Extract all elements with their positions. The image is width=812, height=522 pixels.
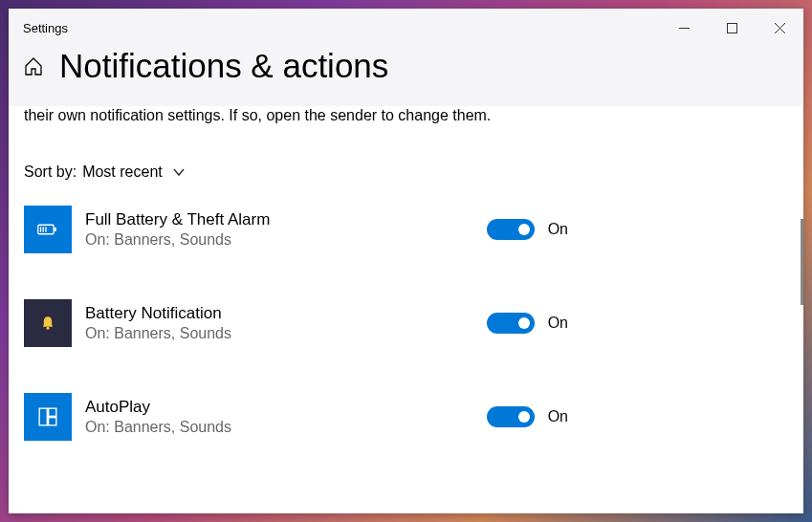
app-info: Full Battery & Theft Alarm On: Banners, … — [85, 210, 473, 249]
app-row-autoplay[interactable]: AutoPlay On: Banners, Sounds On — [24, 393, 788, 441]
maximize-button[interactable] — [708, 9, 756, 47]
window-title: Settings — [23, 21, 68, 35]
content-area: their own notification settings. If so, … — [9, 106, 803, 513]
svg-rect-1 — [727, 23, 736, 33]
app-status: On: Banners, Sounds — [85, 419, 473, 436]
toggle-label: On — [548, 315, 568, 332]
sort-dropdown[interactable]: Most recent — [82, 163, 186, 181]
minimize-button[interactable] — [660, 9, 708, 47]
app-name: Battery Notification — [85, 304, 473, 323]
toggle-wrap: On — [487, 406, 568, 427]
toggle-wrap: On — [487, 219, 568, 240]
sort-row: Sort by: Most recent — [24, 163, 788, 181]
intro-text: their own notification settings. If so, … — [24, 106, 531, 127]
maximize-icon — [727, 23, 737, 33]
app-info: AutoPlay On: Banners, Sounds — [85, 398, 473, 436]
battery-icon — [24, 206, 72, 253]
autoplay-icon — [24, 393, 72, 441]
app-name: Full Battery & Theft Alarm — [85, 210, 473, 229]
app-row-full-battery[interactable]: Full Battery & Theft Alarm On: Banners, … — [24, 206, 788, 253]
title-bar: Settings — [9, 9, 803, 47]
app-row-battery-notification[interactable]: Battery Notification On: Banners, Sounds… — [24, 299, 788, 347]
bell-icon — [24, 299, 72, 347]
toggle-switch[interactable] — [487, 313, 535, 334]
home-button[interactable] — [23, 55, 44, 76]
minimize-icon — [679, 23, 690, 33]
window-controls — [660, 9, 803, 47]
home-icon — [23, 55, 44, 76]
svg-point-9 — [46, 327, 49, 330]
app-name: AutoPlay — [85, 398, 473, 417]
settings-window: Settings Notifications & actions their o… — [9, 9, 803, 513]
app-status: On: Banners, Sounds — [85, 325, 473, 342]
close-icon — [775, 23, 785, 33]
toggle-switch[interactable] — [487, 219, 535, 240]
svg-rect-11 — [49, 408, 56, 416]
sort-value: Most recent — [82, 163, 163, 181]
toggle-label: On — [548, 221, 568, 238]
svg-rect-10 — [39, 408, 47, 425]
app-list: Full Battery & Theft Alarm On: Banners, … — [24, 206, 788, 441]
svg-rect-5 — [55, 228, 56, 231]
sort-label: Sort by: — [24, 163, 77, 181]
toggle-label: On — [548, 408, 568, 425]
scrollbar-thumb[interactable] — [801, 219, 803, 305]
app-status: On: Banners, Sounds — [85, 231, 473, 249]
page-title: Notifications & actions — [59, 47, 388, 85]
toggle-wrap: On — [487, 313, 568, 334]
toggle-switch[interactable] — [487, 406, 535, 427]
close-button[interactable] — [756, 9, 803, 47]
chevron-down-icon — [172, 165, 186, 179]
svg-rect-12 — [49, 418, 56, 425]
app-info: Battery Notification On: Banners, Sounds — [85, 304, 473, 342]
page-header: Notifications & actions — [9, 47, 803, 106]
